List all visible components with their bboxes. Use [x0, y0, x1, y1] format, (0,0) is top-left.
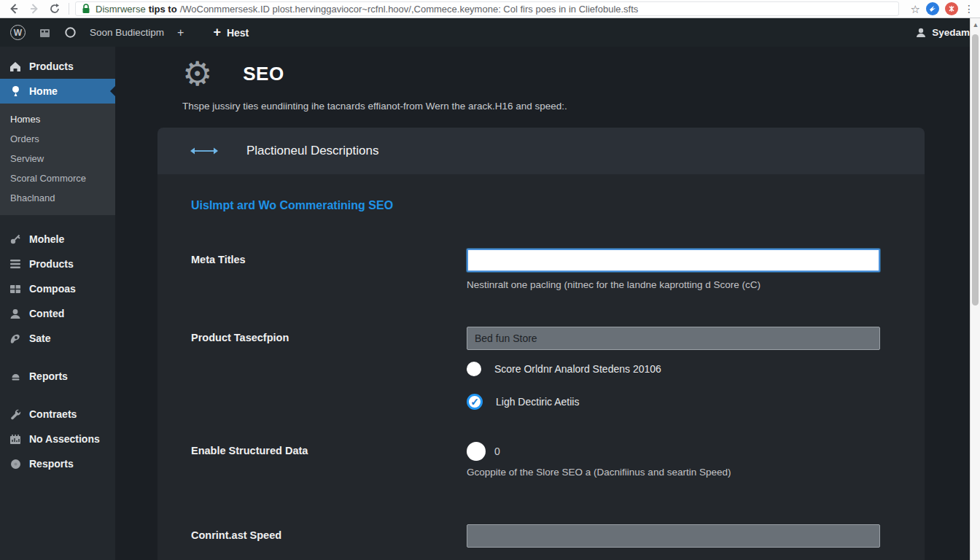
browser-back-button[interactable] — [6, 1, 22, 17]
browser-forward-button[interactable] — [26, 1, 42, 17]
sidebar-item-label: Sate — [29, 332, 51, 344]
account-username: Syedam — [932, 27, 970, 38]
submenu-item-scoral-commorce[interactable]: Scoral Commorce — [0, 168, 115, 188]
chart-calendar-icon — [9, 434, 22, 445]
toolbar-divider — [69, 3, 69, 15]
updates-circle-icon — [64, 26, 77, 39]
sidebar-item-conted[interactable]: Conted — [0, 301, 115, 326]
sidebar-item-label: Reports — [29, 370, 68, 382]
brush-icon — [9, 333, 22, 344]
key-icon — [9, 233, 22, 245]
product-description-row: Product Tasecfpion Score Orldnr Analord … — [191, 327, 891, 410]
wordpress-logo-icon: W — [10, 25, 26, 40]
radio-unchecked-icon[interactable] — [467, 362, 481, 376]
toggle-value: 0 — [494, 446, 500, 457]
panel-title: Plactioneul Descriptions — [246, 144, 378, 158]
speed-input[interactable] — [467, 524, 880, 548]
sidebar-item-label: Resports — [29, 458, 74, 470]
sidebar-item-mohele[interactable]: Mohele — [0, 227, 115, 252]
sidebar-item-label: No Assections — [29, 433, 100, 445]
sidebar-item-home[interactable]: Home — [0, 79, 115, 104]
structured-data-row: Enable Structured Data 0 Gcoppite of the… — [191, 442, 891, 478]
speed-label: Conrint.ast Speed — [191, 524, 467, 541]
sidebar-item-label: Mohele — [29, 233, 64, 245]
submenu-item-orders[interactable]: Orders — [0, 129, 115, 149]
sidebar-item-reports[interactable]: Reports — [0, 364, 115, 389]
page-title: SEO — [243, 63, 284, 85]
sidebar-item-label: Contraets — [29, 408, 77, 420]
sidebar-item-contraets[interactable]: Contraets — [0, 402, 115, 427]
address-bar[interactable]: Dismrwerse tips to /WoConmmersesk.ID plo… — [75, 1, 899, 16]
sidebar-item-resports[interactable]: Resports — [0, 451, 115, 476]
meta-titles-row: Meta Titles Nestinralt one pacling (nitn… — [191, 249, 891, 290]
url-bold-text: tips to — [149, 4, 177, 15]
ligh-check-row: ✓ Ligh Dectiric Aetiis — [467, 394, 891, 410]
browser-menu-icon[interactable]: ⋮ — [964, 3, 974, 15]
sidebar-item-label: Products — [29, 61, 74, 72]
forward-arrow-icon — [28, 3, 40, 15]
panel-header: Plactioneul Descriptions — [158, 128, 925, 174]
submenu-collapse-arrow — [110, 86, 115, 96]
seo-section-heading[interactable]: UisImpt ard Wo Commeratining SEO — [191, 199, 891, 212]
wp-admin-bar: W Soon Budiectipm + + Hest Syedam — [0, 18, 980, 47]
admin-sidebar: Products Home Homes Orders Serview Scora… — [0, 47, 115, 560]
structured-toggle-row: 0 — [467, 442, 891, 461]
seo-gear-icon: ⚙ — [182, 57, 212, 90]
sidebar-item-products[interactable]: Products — [0, 252, 115, 276]
stack-lines-icon — [9, 259, 22, 269]
sidebar-item-label: Home — [29, 85, 58, 97]
product-description-input[interactable] — [467, 327, 880, 350]
bell-icon — [9, 371, 22, 382]
scrollbar-up-arrow[interactable]: ▲ — [971, 21, 980, 28]
speed-row: Conrint.ast Speed — [191, 524, 891, 548]
double-arrow-icon — [190, 147, 219, 155]
page-subtitle: Thspe jussiry ties eundiinting ihe tacna… — [182, 101, 980, 112]
checkbox-checked-icon[interactable]: ✓ — [467, 394, 483, 410]
meta-titles-input[interactable] — [467, 249, 880, 272]
wrench-icon — [9, 408, 22, 420]
user-icon — [915, 27, 927, 39]
red-extension-icon[interactable] — [945, 2, 958, 15]
submenu-item-serview[interactable]: Serview — [0, 149, 115, 168]
wp-logo-menu[interactable]: W — [10, 25, 26, 40]
grid-icon — [9, 284, 22, 294]
back-arrow-icon — [8, 3, 20, 15]
house-icon — [9, 61, 22, 72]
submenu-item-bhaclnand[interactable]: Bhaclnand — [0, 188, 115, 208]
settings-panel: Plactioneul Descriptions UisImpt ard Wo … — [158, 128, 925, 560]
building-icon — [39, 27, 51, 39]
toggle-circle-icon[interactable] — [467, 442, 486, 461]
asterisk-glyph-icon — [948, 5, 955, 12]
pin-icon — [9, 85, 22, 97]
meta-titles-help: Nestinralt one pacling (nitnec for the l… — [467, 279, 891, 290]
sidebar-item-no-assections[interactable]: No Assections — [0, 427, 115, 451]
refresh-icon — [49, 3, 61, 15]
browser-refresh-button[interactable] — [47, 1, 63, 17]
site-building-menu[interactable] — [39, 27, 51, 39]
scrollbar-thumb[interactable] — [972, 34, 979, 306]
new-content-label: Hest — [227, 27, 249, 39]
comments-plus-menu[interactable]: + — [177, 26, 184, 39]
url-path-text: /WoConmmersesk.ID plost.hervinggaviocor~… — [180, 4, 639, 15]
sidebar-item-products-top[interactable]: Products — [0, 54, 115, 79]
account-menu[interactable]: Syedam — [915, 27, 970, 39]
score-radio-label: Score Orldnr Analord Stedens 20106 — [494, 363, 661, 375]
score-radio-row: Score Orldnr Analord Stedens 20106 — [467, 362, 891, 376]
panel-body: UisImpt ard Wo Commeratining SEO Meta Ti… — [158, 174, 925, 560]
new-content-menu[interactable]: + Hest — [213, 25, 249, 40]
home-submenu: Homes Orders Serview Scoral Commorce Bha… — [0, 104, 115, 215]
url-host-text: Dismrwerse — [96, 4, 146, 15]
structured-data-label: Enable Structured Data — [191, 442, 467, 456]
page-scrollbar[interactable]: ▲ — [970, 18, 980, 560]
updates-menu[interactable] — [64, 26, 77, 39]
structured-data-help: Gcoppite of the Slore SEO a (Dacnifiinus… — [467, 467, 891, 478]
site-name-menu[interactable]: Soon Budiectipm — [90, 27, 164, 38]
browser-toolbar: Dismrwerse tips to /WoConmmersesk.ID plo… — [0, 0, 980, 18]
blue-extension-icon[interactable] — [926, 2, 939, 15]
submenu-item-homes[interactable]: Homes — [0, 109, 115, 129]
bookmark-star-icon[interactable]: ☆ — [911, 4, 920, 15]
plus-icon: + — [213, 25, 221, 40]
sidebar-item-compoas[interactable]: Compoas — [0, 276, 115, 301]
disc-icon — [9, 459, 22, 470]
sidebar-item-sate[interactable]: Sate — [0, 326, 115, 351]
